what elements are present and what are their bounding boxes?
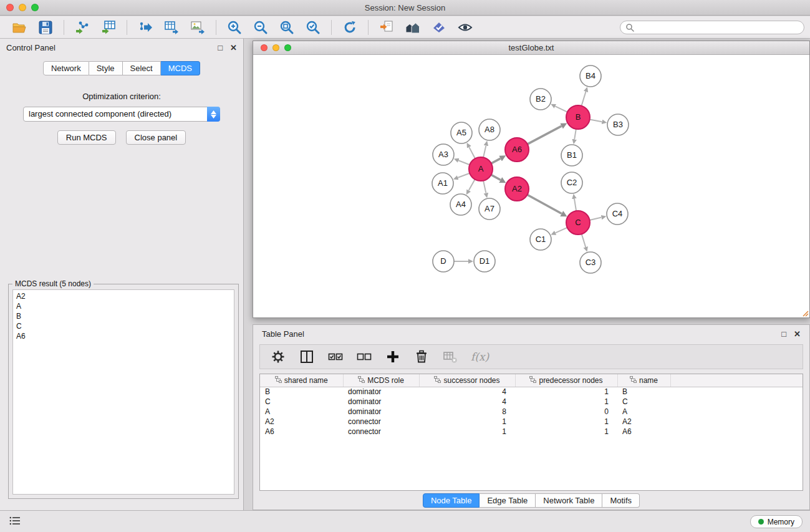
table-cell[interactable]: 1 — [515, 417, 617, 427]
graph-node-C4[interactable]: C4 — [607, 203, 628, 225]
graph-node-B1[interactable]: B1 — [561, 145, 582, 166]
graph-edge[interactable] — [556, 228, 567, 233]
table-tab-network-table[interactable]: Network Table — [536, 493, 602, 508]
table-tab-node-table[interactable]: Node Table — [423, 493, 480, 508]
open-file-button[interactable] — [10, 18, 29, 37]
graph-edge[interactable] — [458, 173, 470, 178]
graphics-details-button[interactable] — [430, 18, 448, 37]
zoom-out-button[interactable] — [251, 18, 270, 37]
graph-node-A7[interactable]: A7 — [479, 198, 500, 220]
run-mcds-button[interactable]: Run MCDS — [57, 130, 116, 145]
graph-edge[interactable] — [491, 175, 501, 180]
table-cell[interactable]: A2 — [260, 417, 343, 427]
table-tab-edge-table[interactable]: Edge Table — [480, 493, 536, 508]
table-cell[interactable]: 1 — [419, 427, 515, 437]
import-table-button[interactable] — [99, 18, 118, 37]
resize-grip-icon[interactable] — [801, 309, 809, 317]
search-input[interactable] — [637, 23, 799, 32]
graph-node-C[interactable]: C — [566, 211, 590, 235]
close-table-panel-icon[interactable]: ✕ — [794, 330, 801, 338]
column-header-mcds-role[interactable]: MCDS role — [343, 374, 419, 387]
close-panel-button[interactable]: Close panel — [126, 130, 186, 145]
zoom-selected-button[interactable] — [304, 18, 322, 37]
graph-edge[interactable] — [555, 106, 567, 112]
table-cell[interactable]: B — [617, 387, 670, 397]
table-row[interactable]: Bdominator41B — [260, 387, 803, 397]
table-cell[interactable]: A — [260, 407, 343, 417]
mcds-result-item[interactable]: A — [13, 301, 234, 311]
float-table-panel-icon[interactable]: □ — [781, 330, 786, 338]
table-cell[interactable]: B — [260, 387, 343, 397]
column-header-successor-nodes[interactable]: successor nodes — [419, 374, 515, 387]
graph-edge[interactable] — [469, 147, 475, 158]
search-field[interactable] — [620, 21, 804, 34]
function-builder-button[interactable]: f(x) — [471, 351, 489, 363]
table-cell[interactable]: 1 — [419, 417, 515, 427]
zoom-in-button[interactable] — [225, 18, 244, 37]
tab-select[interactable]: Select — [123, 61, 161, 75]
graph-node-B2[interactable]: B2 — [530, 89, 551, 110]
create-column-button[interactable] — [383, 347, 402, 366]
graph-node-A2[interactable]: A2 — [505, 177, 529, 201]
graph-node-B[interactable]: B — [566, 105, 590, 129]
table-settings-button[interactable] — [269, 347, 287, 366]
table-cell[interactable]: A6 — [260, 427, 343, 437]
mcds-result-list[interactable]: A2ABCA6 — [12, 289, 234, 495]
save-session-button[interactable] — [36, 18, 55, 37]
graph-edge[interactable] — [574, 129, 576, 140]
graph-node-D1[interactable]: D1 — [474, 251, 495, 272]
table-cell[interactable]: A2 — [617, 417, 670, 427]
graph-node-A[interactable]: A — [469, 157, 493, 181]
home-network-button[interactable] — [403, 18, 422, 37]
close-panel-icon[interactable]: ✕ — [230, 44, 237, 52]
graph-edge[interactable] — [458, 160, 470, 165]
column-header-predecessor-nodes[interactable]: predecessor nodes — [515, 374, 617, 387]
float-panel-icon[interactable]: □ — [218, 44, 223, 52]
graph-node-A4[interactable]: A4 — [450, 194, 471, 215]
table-cell[interactable]: 1 — [515, 387, 617, 397]
graph-edge[interactable] — [469, 180, 475, 191]
graph-node-B3[interactable]: B3 — [607, 114, 629, 135]
export-image-button[interactable] — [188, 18, 207, 37]
column-header-shared-name[interactable]: shared name — [260, 374, 343, 387]
graph-node-A5[interactable]: A5 — [451, 122, 472, 143]
graph-edge[interactable] — [574, 199, 576, 211]
table-cell[interactable]: dominator — [343, 407, 419, 417]
tab-mcds[interactable]: MCDS — [161, 61, 200, 75]
graph-edge[interactable] — [528, 195, 562, 213]
export-network-button[interactable] — [136, 18, 155, 37]
task-history-button[interactable] — [7, 515, 22, 528]
table-cell[interactable]: dominator — [343, 387, 419, 397]
mcds-result-item[interactable]: C — [13, 321, 234, 331]
table-row[interactable]: Cdominator41C — [260, 397, 803, 407]
graph-node-D[interactable]: D — [433, 251, 454, 272]
table-row[interactable]: A2connector11A2 — [260, 417, 803, 427]
table-row[interactable]: Adominator80A — [260, 407, 803, 417]
copy-document-button[interactable] — [377, 18, 396, 37]
delete-column-button[interactable] — [412, 347, 431, 366]
tab-network[interactable]: Network — [43, 61, 89, 75]
table-cell[interactable]: 8 — [419, 407, 515, 417]
delete-table-button[interactable] — [441, 347, 460, 366]
column-header-name[interactable]: name — [617, 374, 670, 387]
zoom-fit-button[interactable] — [277, 18, 296, 37]
graph-edge[interactable] — [528, 126, 562, 144]
table-cell[interactable]: A6 — [617, 427, 670, 437]
graph-node-A3[interactable]: A3 — [433, 144, 454, 165]
table-cell[interactable]: C — [617, 397, 670, 407]
mcds-result-item[interactable]: A2 — [13, 291, 234, 301]
graph-edge[interactable] — [582, 92, 586, 106]
table-row[interactable]: A6connector11A6 — [260, 427, 803, 437]
table-cell[interactable]: 1 — [515, 397, 617, 407]
graph-edge[interactable] — [483, 181, 486, 193]
graph-node-C3[interactable]: C3 — [580, 252, 601, 273]
memory-button[interactable]: Memory — [750, 515, 803, 528]
optimization-dropdown[interactable]: largest connected component (directed) — [23, 107, 220, 122]
import-network-button[interactable] — [73, 18, 92, 37]
table-cell[interactable]: dominator — [343, 397, 419, 407]
table-cell[interactable]: connector — [343, 417, 419, 427]
graph-edge[interactable] — [483, 145, 486, 157]
table-cell[interactable]: connector — [343, 427, 419, 437]
table-cell[interactable]: 4 — [419, 397, 515, 407]
graph-edge[interactable] — [590, 218, 602, 220]
